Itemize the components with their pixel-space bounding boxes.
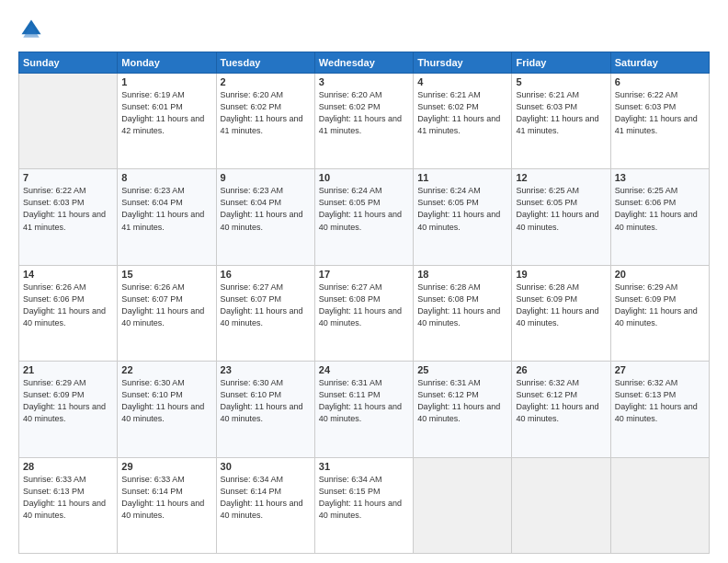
calendar-header-row: SundayMondayTuesdayWednesdayThursdayFrid… bbox=[19, 52, 710, 74]
day-number: 8 bbox=[121, 172, 211, 183]
calendar-week-1: 7Sunrise: 6:22 AMSunset: 6:03 PMDaylight… bbox=[19, 169, 710, 265]
day-info: Sunrise: 6:32 AMSunset: 6:12 PMDaylight:… bbox=[516, 377, 606, 425]
day-number: 27 bbox=[615, 364, 705, 375]
calendar-cell: 14Sunrise: 6:26 AMSunset: 6:06 PMDayligh… bbox=[19, 265, 118, 361]
day-number: 30 bbox=[221, 461, 311, 472]
day-info: Sunrise: 6:24 AMSunset: 6:05 PMDaylight:… bbox=[417, 185, 507, 233]
calendar-cell: 13Sunrise: 6:25 AMSunset: 6:06 PMDayligh… bbox=[610, 169, 709, 265]
day-info: Sunrise: 6:29 AMSunset: 6:09 PMDaylight:… bbox=[615, 282, 705, 329]
day-number: 16 bbox=[221, 269, 311, 280]
calendar-week-2: 14Sunrise: 6:26 AMSunset: 6:06 PMDayligh… bbox=[19, 265, 710, 361]
calendar-cell: 1Sunrise: 6:19 AMSunset: 6:01 PMDaylight… bbox=[118, 74, 216, 169]
day-info: Sunrise: 6:30 AMSunset: 6:10 PMDaylight:… bbox=[221, 377, 311, 425]
day-info: Sunrise: 6:24 AMSunset: 6:05 PMDaylight:… bbox=[319, 185, 409, 233]
day-info: Sunrise: 6:25 AMSunset: 6:06 PMDaylight:… bbox=[615, 185, 705, 233]
calendar-cell: 24Sunrise: 6:31 AMSunset: 6:11 PMDayligh… bbox=[314, 362, 413, 457]
calendar-header-monday: Monday bbox=[118, 52, 216, 74]
calendar-cell: 11Sunrise: 6:24 AMSunset: 6:05 PMDayligh… bbox=[414, 169, 512, 265]
day-number: 28 bbox=[23, 461, 113, 472]
calendar-week-4: 28Sunrise: 6:33 AMSunset: 6:13 PMDayligh… bbox=[19, 457, 710, 553]
calendar-cell bbox=[512, 457, 610, 553]
day-info: Sunrise: 6:22 AMSunset: 6:03 PMDaylight:… bbox=[23, 185, 113, 233]
day-number: 12 bbox=[516, 172, 606, 183]
day-info: Sunrise: 6:32 AMSunset: 6:13 PMDaylight:… bbox=[615, 377, 705, 425]
page: SundayMondayTuesdayWednesdayThursdayFrid… bbox=[0, 0, 728, 563]
calendar-cell: 15Sunrise: 6:26 AMSunset: 6:07 PMDayligh… bbox=[118, 265, 216, 361]
day-info: Sunrise: 6:33 AMSunset: 6:13 PMDaylight:… bbox=[23, 474, 113, 522]
day-number: 29 bbox=[121, 461, 211, 472]
calendar-cell: 30Sunrise: 6:34 AMSunset: 6:14 PMDayligh… bbox=[216, 457, 314, 553]
calendar-cell: 2Sunrise: 6:20 AMSunset: 6:02 PMDaylight… bbox=[216, 74, 314, 169]
day-number: 2 bbox=[221, 76, 311, 87]
calendar-cell: 10Sunrise: 6:24 AMSunset: 6:05 PMDayligh… bbox=[314, 169, 413, 265]
day-number: 24 bbox=[319, 364, 409, 375]
calendar-cell: 17Sunrise: 6:27 AMSunset: 6:08 PMDayligh… bbox=[314, 265, 413, 361]
calendar-cell: 22Sunrise: 6:30 AMSunset: 6:10 PMDayligh… bbox=[118, 362, 216, 457]
day-info: Sunrise: 6:25 AMSunset: 6:05 PMDaylight:… bbox=[516, 185, 606, 233]
calendar-cell: 8Sunrise: 6:23 AMSunset: 6:04 PMDaylight… bbox=[118, 169, 216, 265]
day-number: 20 bbox=[615, 269, 705, 280]
day-number: 5 bbox=[516, 76, 606, 87]
day-info: Sunrise: 6:23 AMSunset: 6:04 PMDaylight:… bbox=[221, 185, 311, 233]
day-info: Sunrise: 6:34 AMSunset: 6:14 PMDaylight:… bbox=[221, 474, 311, 522]
day-number: 15 bbox=[121, 269, 211, 280]
calendar-cell: 18Sunrise: 6:28 AMSunset: 6:08 PMDayligh… bbox=[414, 265, 512, 361]
calendar-cell: 28Sunrise: 6:33 AMSunset: 6:13 PMDayligh… bbox=[19, 457, 118, 553]
day-number: 7 bbox=[23, 172, 113, 183]
calendar-cell: 23Sunrise: 6:30 AMSunset: 6:10 PMDayligh… bbox=[216, 362, 314, 457]
calendar-header-sunday: Sunday bbox=[19, 52, 118, 74]
day-info: Sunrise: 6:27 AMSunset: 6:08 PMDaylight:… bbox=[319, 282, 409, 329]
calendar-cell: 31Sunrise: 6:34 AMSunset: 6:15 PMDayligh… bbox=[314, 457, 413, 553]
day-info: Sunrise: 6:29 AMSunset: 6:09 PMDaylight:… bbox=[23, 377, 113, 425]
calendar-cell bbox=[610, 457, 709, 553]
day-number: 19 bbox=[516, 269, 606, 280]
day-info: Sunrise: 6:26 AMSunset: 6:07 PMDaylight:… bbox=[121, 282, 211, 329]
calendar-cell: 25Sunrise: 6:31 AMSunset: 6:12 PMDayligh… bbox=[414, 362, 512, 457]
calendar-cell: 9Sunrise: 6:23 AMSunset: 6:04 PMDaylight… bbox=[216, 169, 314, 265]
calendar-cell: 20Sunrise: 6:29 AMSunset: 6:09 PMDayligh… bbox=[610, 265, 709, 361]
day-info: Sunrise: 6:21 AMSunset: 6:03 PMDaylight:… bbox=[516, 89, 606, 137]
header bbox=[18, 17, 710, 42]
day-info: Sunrise: 6:31 AMSunset: 6:12 PMDaylight:… bbox=[417, 377, 507, 425]
calendar-week-3: 21Sunrise: 6:29 AMSunset: 6:09 PMDayligh… bbox=[19, 362, 710, 457]
day-info: Sunrise: 6:21 AMSunset: 6:02 PMDaylight:… bbox=[417, 89, 507, 137]
day-info: Sunrise: 6:28 AMSunset: 6:09 PMDaylight:… bbox=[516, 282, 606, 329]
calendar-table: SundayMondayTuesdayWednesdayThursdayFrid… bbox=[18, 52, 710, 554]
day-info: Sunrise: 6:20 AMSunset: 6:02 PMDaylight:… bbox=[221, 89, 311, 137]
calendar-cell: 26Sunrise: 6:32 AMSunset: 6:12 PMDayligh… bbox=[512, 362, 610, 457]
calendar-cell: 7Sunrise: 6:22 AMSunset: 6:03 PMDaylight… bbox=[19, 169, 118, 265]
day-number: 11 bbox=[417, 172, 507, 183]
day-info: Sunrise: 6:28 AMSunset: 6:08 PMDaylight:… bbox=[417, 282, 507, 329]
day-number: 31 bbox=[319, 461, 409, 472]
calendar-cell: 5Sunrise: 6:21 AMSunset: 6:03 PMDaylight… bbox=[512, 74, 610, 169]
day-number: 13 bbox=[615, 172, 705, 183]
calendar-cell: 12Sunrise: 6:25 AMSunset: 6:05 PMDayligh… bbox=[512, 169, 610, 265]
day-number: 23 bbox=[221, 364, 311, 375]
logo bbox=[18, 17, 48, 42]
calendar-cell: 19Sunrise: 6:28 AMSunset: 6:09 PMDayligh… bbox=[512, 265, 610, 361]
calendar-cell: 3Sunrise: 6:20 AMSunset: 6:02 PMDaylight… bbox=[314, 74, 413, 169]
day-number: 18 bbox=[417, 269, 507, 280]
day-number: 26 bbox=[516, 364, 606, 375]
calendar-cell: 27Sunrise: 6:32 AMSunset: 6:13 PMDayligh… bbox=[610, 362, 709, 457]
day-info: Sunrise: 6:27 AMSunset: 6:07 PMDaylight:… bbox=[221, 282, 311, 329]
calendar-header-friday: Friday bbox=[512, 52, 610, 74]
day-number: 6 bbox=[615, 76, 705, 87]
day-number: 9 bbox=[221, 172, 311, 183]
calendar-cell bbox=[414, 457, 512, 553]
calendar-cell bbox=[19, 74, 118, 169]
day-info: Sunrise: 6:31 AMSunset: 6:11 PMDaylight:… bbox=[319, 377, 409, 425]
day-number: 22 bbox=[121, 364, 211, 375]
day-number: 17 bbox=[319, 269, 409, 280]
day-info: Sunrise: 6:20 AMSunset: 6:02 PMDaylight:… bbox=[319, 89, 409, 137]
day-info: Sunrise: 6:19 AMSunset: 6:01 PMDaylight:… bbox=[121, 89, 211, 137]
calendar-week-0: 1Sunrise: 6:19 AMSunset: 6:01 PMDaylight… bbox=[19, 74, 710, 169]
day-number: 21 bbox=[23, 364, 113, 375]
day-info: Sunrise: 6:23 AMSunset: 6:04 PMDaylight:… bbox=[121, 185, 211, 233]
day-info: Sunrise: 6:33 AMSunset: 6:14 PMDaylight:… bbox=[121, 474, 211, 522]
day-number: 4 bbox=[417, 76, 507, 87]
day-number: 14 bbox=[23, 269, 113, 280]
day-number: 1 bbox=[121, 76, 211, 87]
calendar-cell: 16Sunrise: 6:27 AMSunset: 6:07 PMDayligh… bbox=[216, 265, 314, 361]
day-info: Sunrise: 6:30 AMSunset: 6:10 PMDaylight:… bbox=[121, 377, 211, 425]
